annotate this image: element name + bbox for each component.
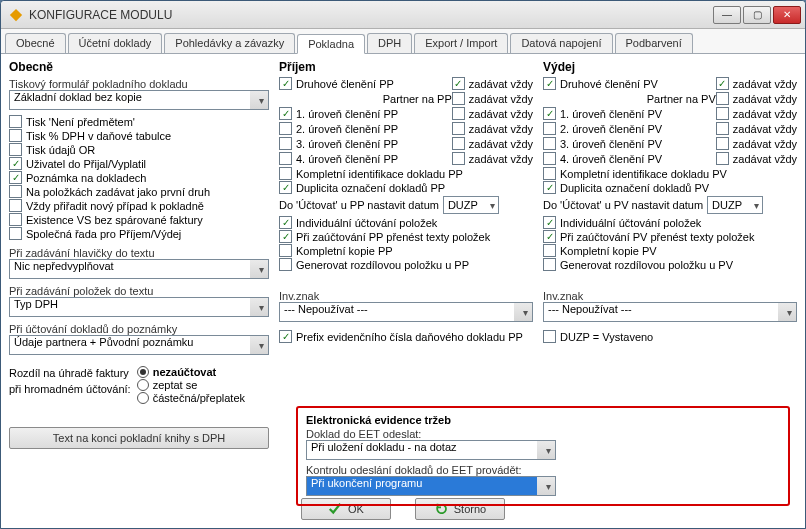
- select-vydej-date[interactable]: DUZP: [707, 196, 763, 214]
- checkbox-pp-l-5[interactable]: [279, 152, 292, 165]
- tab-export-import[interactable]: Export / Import: [414, 33, 508, 53]
- checkbox-pp-r-3[interactable]: [452, 122, 465, 135]
- checkbox-pp-r-0[interactable]: [452, 77, 465, 90]
- minimize-button[interactable]: —: [713, 6, 741, 24]
- checkbox-pp-tail-2[interactable]: [279, 244, 292, 257]
- checkbox-pv-r-1[interactable]: [716, 92, 729, 105]
- checkbox-left-1[interactable]: [9, 129, 22, 142]
- checkbox-pv-l-4[interactable]: [543, 137, 556, 150]
- select-eet-check[interactable]: Při ukončení programu: [306, 476, 556, 496]
- checkbox-left-5[interactable]: [9, 185, 22, 198]
- label-diff-opt-2: částečná/přeplatek: [153, 392, 245, 404]
- label-pv-l-5: 4. úroveň členění PV: [560, 153, 662, 165]
- label-pv-extra-1: Duplicita označení dokladů PV: [560, 182, 709, 194]
- checkbox-pv-r-0[interactable]: [716, 77, 729, 90]
- label-pv-r-3: zadávat vždy: [733, 123, 797, 135]
- label-diff-opt-0: nezaúčtovat: [153, 366, 217, 378]
- checkbox-pp-l-2[interactable]: [279, 107, 292, 120]
- close-button[interactable]: ✕: [773, 6, 801, 24]
- checkbox-pv-r-5[interactable]: [716, 152, 729, 165]
- tab--etn-doklady[interactable]: Účetní doklady: [68, 33, 163, 53]
- checkbox-pp-extra-0[interactable]: [279, 167, 292, 180]
- panel-obecne: Obecně Tiskový formulář pokladního dokla…: [9, 60, 269, 488]
- checkbox-pv-l-5[interactable]: [543, 152, 556, 165]
- checkbox-left-7[interactable]: [9, 213, 22, 226]
- label-pp-r-4: zadávat vždy: [469, 138, 533, 150]
- select-vydej-inv[interactable]: --- Nepoužívat ---: [543, 302, 797, 322]
- select-header-text[interactable]: Nic nepředvyplňovat: [9, 259, 269, 279]
- label-pv-r-2: zadávat vždy: [733, 108, 797, 120]
- checkbox-pv-tail-1[interactable]: [543, 230, 556, 243]
- checkbox-pp-l-3[interactable]: [279, 122, 292, 135]
- checkbox-pp-r-1[interactable]: [452, 92, 465, 105]
- maximize-button[interactable]: ▢: [743, 6, 771, 24]
- label-prijem-date: Do 'Účtovat' u PP nastavit datum: [279, 199, 439, 211]
- select-prijem-date[interactable]: DUZP: [443, 196, 499, 214]
- tab-datov-napojen-[interactable]: Datová napojení: [510, 33, 612, 53]
- checkbox-pp-l-4[interactable]: [279, 137, 292, 150]
- checkbox-left-6[interactable]: [9, 199, 22, 212]
- checkbox-pp-tail-0[interactable]: [279, 216, 292, 229]
- checkbox-pp-tail-3[interactable]: [279, 258, 292, 271]
- checkbox-pv-r-2[interactable]: [716, 107, 729, 120]
- label-pv-extra-0: Kompletní identifikace dokladu PV: [560, 168, 727, 180]
- label-pv-l-1: Partner na PV: [647, 93, 716, 105]
- label-pp-tail-3: Generovat rozdílovou položku u PP: [296, 259, 469, 271]
- select-note[interactable]: Údaje partnera + Původní poznámku: [9, 335, 269, 355]
- tab-obecn-[interactable]: Obecné: [5, 33, 66, 53]
- select-eet-send[interactable]: Při uložení dokladu - na dotaz: [306, 440, 556, 460]
- checkbox-left-0[interactable]: [9, 115, 22, 128]
- tab-pokladna[interactable]: Pokladna: [297, 34, 365, 54]
- label-diff-1: Rozdíl na úhradě faktury: [9, 365, 131, 381]
- select-print-form[interactable]: Základní doklad bez kopie: [9, 90, 269, 110]
- checkbox-pv-r-4[interactable]: [716, 137, 729, 150]
- select-prijem-inv[interactable]: --- Nepoužívat ---: [279, 302, 533, 322]
- checkbox-pp-r-2[interactable]: [452, 107, 465, 120]
- label-pp-r-3: zadávat vždy: [469, 123, 533, 135]
- checkbox-pv-tail-0[interactable]: [543, 216, 556, 229]
- checkbox-left-3[interactable]: [9, 157, 22, 170]
- tab-podbarven-[interactable]: Podbarvení: [615, 33, 693, 53]
- label-pp-tail-2: Kompletní kopie PP: [296, 245, 393, 257]
- label-pp-extra-0: Kompletní identifikace dokladu PP: [296, 168, 463, 180]
- label-pp-l-3: 2. úroveň členění PP: [296, 123, 398, 135]
- checkbox-pp-tail-1[interactable]: [279, 230, 292, 243]
- checkbox-pv-tail-2[interactable]: [543, 244, 556, 257]
- radio-diff-1[interactable]: [137, 379, 149, 391]
- checkbox-pv-l-2[interactable]: [543, 107, 556, 120]
- checkbox-pp-r-5[interactable]: [452, 152, 465, 165]
- checkbox-pv-extra-0[interactable]: [543, 167, 556, 180]
- label-pv-tail-1: Při zaúčtování PV přenést texty položek: [560, 231, 754, 243]
- checkbox-left-8[interactable]: [9, 227, 22, 240]
- checkbox-pv-r-3[interactable]: [716, 122, 729, 135]
- label-vydej-date: Do 'Účtovat' u PV nastavit datum: [543, 199, 703, 211]
- tab-dph[interactable]: DPH: [367, 33, 412, 53]
- label-pp-r-0: zadávat vždy: [469, 78, 533, 90]
- label-diff-2: při hromadném účtování:: [9, 381, 131, 397]
- checkbox-prefix-pp[interactable]: [279, 330, 292, 343]
- checkbox-pv-extra-1[interactable]: [543, 181, 556, 194]
- tab-pohled-vky-a-z-vazky[interactable]: Pohledávky a závazky: [164, 33, 295, 53]
- checkbox-left-2[interactable]: [9, 143, 22, 156]
- checkbox-pp-l-0[interactable]: [279, 77, 292, 90]
- app-icon: [9, 8, 23, 22]
- radio-diff-2[interactable]: [137, 392, 149, 404]
- label-eet-send: Doklad do EET odeslat:: [306, 428, 780, 440]
- label-pp-l-4: 3. úroveň členění PP: [296, 138, 398, 150]
- checkbox-pp-extra-1[interactable]: [279, 181, 292, 194]
- label-pv-tail-0: Individuální účtování položek: [560, 217, 701, 229]
- checkbox-pv-l-3[interactable]: [543, 122, 556, 135]
- checkbox-duzp-vystaveno[interactable]: [543, 330, 556, 343]
- select-items-text[interactable]: Typ DPH: [9, 297, 269, 317]
- label-pp-r-2: zadávat vždy: [469, 108, 533, 120]
- checkbox-pp-r-4[interactable]: [452, 137, 465, 150]
- button-cashbook-text[interactable]: Text na konci pokladní knihy s DPH: [9, 427, 269, 449]
- label-pp-l-0: Druhové členění PP: [296, 78, 394, 90]
- checkbox-pv-tail-3[interactable]: [543, 258, 556, 271]
- checkbox-pv-l-0[interactable]: [543, 77, 556, 90]
- radio-diff-0[interactable]: [137, 366, 149, 378]
- label-items-text: Při zadávání položek do textu: [9, 285, 269, 297]
- window-title: KONFIGURACE MODULU: [29, 8, 172, 22]
- label-left-check-7: Existence VS bez spárované faktury: [26, 214, 203, 226]
- checkbox-left-4[interactable]: [9, 171, 22, 184]
